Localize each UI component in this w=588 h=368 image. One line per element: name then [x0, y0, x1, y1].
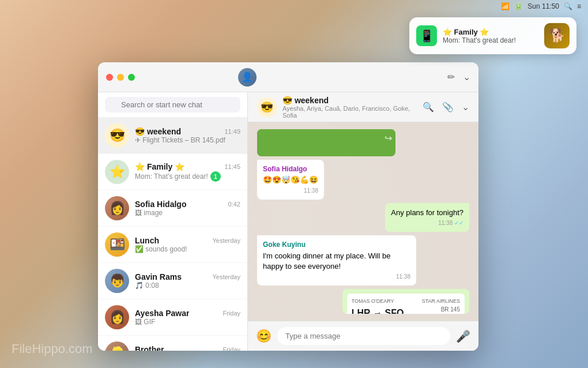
- message-sender: Goke Kuyinu: [263, 240, 410, 250]
- flight-ticket: TOMAS O'DEARY STAR AIRLINES LHR → SFO 11…: [347, 294, 465, 314]
- ticket-header: TOMAS O'DEARY STAR AIRLINES: [352, 298, 460, 304]
- input-bar: 😊 🎤: [248, 321, 478, 351]
- chat-avatar: 👩: [105, 196, 129, 220]
- status-time: Sun 11:50: [527, 2, 559, 10]
- compose-icon[interactable]: ✏: [447, 72, 455, 82]
- chat-item-weekend[interactable]: 😎 😎 weekend 11:49 ✈ Flight Tickets – BR …: [98, 118, 247, 154]
- maximize-button[interactable]: [128, 74, 135, 81]
- chat-panel: 😎 😎 weekend Ayesha, Ariya, Cauã, Dario, …: [248, 92, 478, 351]
- chat-item-family[interactable]: ⭐ ⭐ Family ⭐ 11:45 Mom: That's great dea…: [98, 154, 247, 190]
- notification-app-icon: 📱: [416, 25, 437, 46]
- chat-name: Lunch: [135, 236, 159, 245]
- chat-time: Friday: [223, 346, 240, 351]
- search-bar: 🔍: [98, 92, 247, 118]
- chat-name: Sofia Hidalgo: [135, 200, 186, 209]
- close-button[interactable]: [106, 74, 113, 81]
- chat-header-name: 😎 weekend: [282, 96, 417, 105]
- message-sender: Sofia Hidalgo: [263, 164, 318, 174]
- received-message-goke: Goke Kuyinu I'm cooking dinner at my pla…: [257, 235, 416, 286]
- notification-message: Mom: That's great dear!: [443, 36, 538, 44]
- title-bar-actions: ✏ ⌄: [447, 72, 470, 82]
- notification-content: ⭐ Family ⭐ Mom: That's great dear!: [443, 28, 538, 44]
- chat-name: Brother: [135, 345, 164, 351]
- chat-info: Gavin Rams Yesterday 🎵 0:08: [135, 272, 240, 290]
- unread-badge: 1: [210, 171, 221, 182]
- app-body: 🔍 😎 😎 weekend 11:49 ✈ Flight Tickets – B…: [98, 92, 478, 351]
- flight-route: LHR → SFO: [352, 308, 404, 314]
- chat-preview: ✈ Flight Tickets – BR 145.pdf: [135, 136, 240, 144]
- chat-preview: Mom: That's great dear! 1: [135, 171, 240, 182]
- chat-header-info: 😎 weekend Ayesha, Ariya, Cauã, Dario, Fr…: [282, 96, 417, 119]
- chat-avatar: ⭐: [105, 160, 129, 184]
- message-text: I'm cooking dinner at my place. Will be …: [263, 251, 410, 272]
- chat-name: Gavin Rams: [135, 272, 182, 281]
- chat-time: Yesterday: [212, 273, 240, 280]
- watermark: FileHippo.com: [12, 341, 93, 356]
- chat-info: Sofia Hidalgo 0:42 🖼 image: [135, 200, 240, 217]
- flight-number: BR 145: [410, 306, 460, 313]
- menu-icon[interactable]: ≡: [577, 2, 581, 10]
- attach-icon[interactable]: 📎: [442, 102, 454, 112]
- chat-time: 11:45: [224, 163, 240, 170]
- chat-avatar: 🍱: [105, 232, 129, 257]
- chat-header: 😎 😎 weekend Ayesha, Ariya, Cauã, Dario, …: [248, 92, 478, 122]
- seat-number: 10A: [410, 313, 460, 314]
- notification-popup[interactable]: 📱 ⭐ Family ⭐ Mom: That's great dear! 🐕: [409, 17, 576, 54]
- search-input[interactable]: [105, 97, 240, 112]
- tram-illustration: [257, 129, 395, 156]
- chat-info: ⭐ Family ⭐ 11:45 Mom: That's great dear!…: [135, 162, 240, 182]
- microphone-button[interactable]: 🎤: [456, 329, 470, 343]
- chat-info: Lunch Yesterday ✅ sounds good!: [135, 236, 240, 253]
- forward-icon[interactable]: ↪: [385, 133, 392, 144]
- message-text: 🤩😍🤯😘💪😆: [263, 175, 318, 185]
- message-input[interactable]: [277, 327, 450, 345]
- airline-name: STAR AIRLINES: [422, 298, 460, 304]
- chat-header-avatar: 😎: [257, 97, 277, 117]
- chat-name: ⭐ Family ⭐: [135, 162, 184, 171]
- chat-time: 0:42: [228, 201, 240, 208]
- ticket-message: TOMAS O'DEARY STAR AIRLINES LHR → SFO 11…: [342, 289, 469, 314]
- status-bar: 📶 🔋 Sun 11:50 🔍 ≡: [501, 0, 588, 13]
- emoji-button[interactable]: 😊: [256, 329, 272, 344]
- sidebar: 🔍 😎 😎 weekend 11:49 ✈ Flight Tickets – B…: [98, 92, 248, 351]
- battery-icon: 🔋: [514, 2, 523, 10]
- chat-preview: ✅ sounds good!: [135, 245, 240, 253]
- chat-avatar: 👩: [105, 305, 129, 329]
- video-thumbnail[interactable]: ▶ ↪: [257, 129, 395, 156]
- app-window: 👤 ✏ ⌄ 🔍 😎 😎 weekend 11:49: [98, 62, 478, 351]
- title-bar: 👤 ✏ ⌄: [98, 62, 478, 92]
- chevron-down-icon[interactable]: ⌄: [463, 72, 470, 82]
- chat-item-brother[interactable]: 👱 Brother Friday 😊: [98, 336, 247, 351]
- passenger-name: TOMAS O'DEARY: [352, 298, 394, 304]
- chat-preview: 🖼 image: [135, 209, 240, 217]
- ticket-side: BR 145 10A |||||||||||||||: [410, 306, 460, 314]
- chat-name: Ayesha Pawar: [135, 309, 189, 318]
- svg-rect-0: [257, 129, 395, 156]
- video-message: ▶ ↪ How cool is that! 11:38: [257, 129, 395, 156]
- chat-info: Ayesha Pawar Friday 🖼 GIF: [135, 309, 240, 326]
- received-message: Sofia Hidalgo 🤩😍🤯😘💪😆 11:38: [257, 160, 324, 200]
- notification-title: ⭐ Family ⭐: [443, 28, 538, 36]
- chat-info: 😎 weekend 11:49 ✈ Flight Tickets – BR 14…: [135, 127, 240, 144]
- search-icon[interactable]: 🔍: [564, 2, 572, 10]
- chat-time: Yesterday: [212, 237, 240, 244]
- chat-item-lunch[interactable]: 🍱 Lunch Yesterday ✅ sounds good!: [98, 227, 247, 263]
- chat-header-actions: 🔍 📎 ⌄: [423, 102, 469, 112]
- chat-preview: 🎵 0:08: [135, 281, 240, 290]
- chat-time: 11:49: [224, 128, 240, 135]
- wifi-icon: 📶: [501, 2, 510, 10]
- notification-avatar: 🐕: [544, 23, 570, 48]
- messages-area: ▶ ↪ How cool is that! 11:38 Sofia Hidalg…: [248, 122, 478, 321]
- user-avatar[interactable]: 👤: [238, 68, 257, 87]
- message-time: 11:38: [263, 187, 318, 195]
- chat-item-gavin[interactable]: 👦 Gavin Rams Yesterday 🎵 0:08: [98, 263, 247, 299]
- minimize-button[interactable]: [117, 74, 124, 81]
- chat-item-sofia[interactable]: 👩 Sofia Hidalgo 0:42 🖼 image: [98, 190, 247, 227]
- chat-item-ayesha[interactable]: 👩 Ayesha Pawar Friday 🖼 GIF: [98, 299, 247, 336]
- more-options-icon[interactable]: ⌄: [462, 102, 469, 112]
- message-time: 11:38 ✓✓: [391, 219, 463, 227]
- message-time: 11:38: [263, 273, 410, 281]
- search-messages-icon[interactable]: 🔍: [423, 102, 434, 112]
- chat-avatar: 👱: [105, 341, 129, 351]
- message-text: Any plans for tonight?: [391, 208, 463, 218]
